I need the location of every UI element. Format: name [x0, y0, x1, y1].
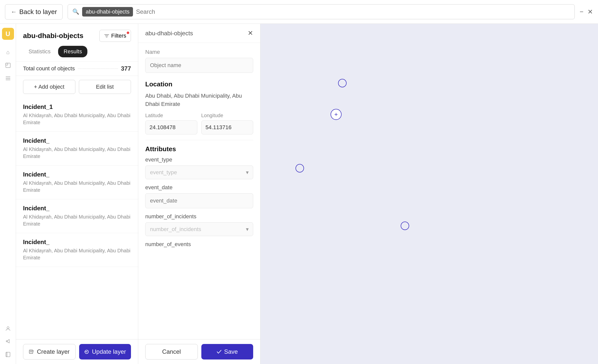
- save-label: Save: [224, 348, 238, 355]
- map-dot-2[interactable]: [295, 164, 304, 172]
- total-count-value: 377: [121, 65, 131, 72]
- svg-rect-7: [6, 352, 7, 357]
- attr-event-type-label: event_type: [145, 156, 253, 163]
- longitude-field: Longitude: [201, 113, 253, 134]
- back-button[interactable]: ← Back to layer: [5, 4, 63, 20]
- filters-active-dot: [127, 32, 129, 34]
- tab-statistics[interactable]: Statistics: [23, 46, 56, 57]
- svg-rect-6: [6, 352, 10, 357]
- sidebar-item-layers[interactable]: [3, 60, 14, 71]
- tabs: Statistics Results: [16, 46, 138, 61]
- list-item[interactable]: Incident_ Al Khidayrah, Abu Dhabi Munici…: [16, 233, 138, 267]
- object-title: Incident_: [23, 239, 131, 246]
- sidebar-item-book[interactable]: [3, 349, 14, 360]
- count-dots: [78, 69, 118, 69]
- event-date-input[interactable]: [145, 193, 253, 208]
- update-layer-button[interactable]: Update layer: [79, 344, 131, 359]
- map-dot-1[interactable]: [338, 79, 347, 87]
- right-panel-header: abu-dhabi-objects ✕: [138, 24, 260, 43]
- object-title: Incident_: [23, 171, 131, 178]
- save-button[interactable]: Save: [201, 344, 253, 359]
- object-title: Incident_: [23, 137, 131, 144]
- latitude-input[interactable]: [145, 120, 197, 134]
- sidebar-item-home[interactable]: ⌂: [3, 47, 14, 58]
- event-type-select-wrapper: event_type: [145, 165, 253, 179]
- close-panel-button[interactable]: ✕: [248, 29, 253, 37]
- longitude-input[interactable]: [201, 120, 253, 134]
- object-subtitle: Al Khidayrah, Abu Dhabi Municipality, Ab…: [23, 247, 131, 261]
- svg-rect-0: [6, 63, 10, 68]
- sidebar-item-user[interactable]: [3, 323, 14, 334]
- panel-title: abu-dhabi-objects: [145, 30, 193, 37]
- close-search-button[interactable]: ✕: [587, 8, 593, 16]
- left-panel: abu-dhabi-objects Filters Statistics Res…: [16, 24, 138, 364]
- add-object-button[interactable]: + Add object: [23, 80, 75, 94]
- create-layer-button[interactable]: Create layer: [23, 344, 76, 359]
- list-item[interactable]: Incident_ Al Khidayrah, Abu Dhabi Munici…: [16, 199, 138, 233]
- name-input[interactable]: [145, 58, 253, 73]
- total-count-label: Total count of objects: [23, 65, 75, 72]
- attr-num-events-label: number_of_events: [145, 241, 253, 248]
- list-item[interactable]: Incident_ Al Khidayrah, Abu Dhabi Munici…: [16, 132, 138, 165]
- back-arrow-icon: ←: [11, 8, 17, 15]
- total-count-row: Total count of objects 377: [16, 61, 138, 76]
- location-text: Abu Dhabi, Abu Dhabi Municipality, Abu D…: [145, 92, 253, 108]
- search-actions: − ✕: [580, 8, 593, 16]
- event-type-select[interactable]: event_type: [145, 165, 253, 179]
- name-label: Name: [145, 49, 253, 55]
- svg-rect-11: [29, 350, 33, 353]
- object-title: Incident_1: [23, 103, 131, 110]
- object-subtitle: Al Khidayrah, Abu Dhabi Municipality, Ab…: [23, 112, 131, 126]
- object-subtitle: Al Khidayrah, Abu Dhabi Municipality, Ab…: [23, 179, 131, 194]
- filters-button[interactable]: Filters: [99, 30, 131, 42]
- left-panel-footer: Create layer Update layer: [16, 339, 138, 364]
- object-subtitle: Al Khidayrah, Abu Dhabi Municipality, Ab…: [23, 213, 131, 227]
- map-dot-3[interactable]: [401, 222, 409, 230]
- sidebar-bottom: [3, 323, 14, 360]
- object-list: Incident_1 Al Khidayrah, Abu Dhabi Munic…: [16, 98, 138, 339]
- latitude-label: Latitude: [145, 113, 197, 118]
- svg-rect-1: [6, 63, 8, 65]
- latitude-field: Latitude: [145, 113, 197, 134]
- search-bar: 🔍 abu-dhabi-objects: [68, 4, 575, 19]
- sidebar: U ⌂: [0, 24, 16, 364]
- object-title: Incident_: [23, 205, 131, 212]
- back-label: Back to layer: [19, 8, 57, 16]
- search-tag[interactable]: abu-dhabi-objects: [82, 7, 133, 17]
- left-panel-header: abu-dhabi-objects Filters: [16, 24, 138, 46]
- attr-num-incidents-label: number_of_incidents: [145, 213, 253, 220]
- sidebar-item-stack[interactable]: [3, 73, 14, 84]
- edit-list-button[interactable]: Edit list: [79, 80, 131, 94]
- num-incidents-select-wrapper: number_of_incidents: [145, 222, 253, 236]
- search-input[interactable]: [136, 8, 570, 15]
- minimize-button[interactable]: −: [580, 8, 583, 16]
- create-layer-label: Create layer: [37, 348, 70, 355]
- top-bar: ← Back to layer 🔍 abu-dhabi-objects − ✕: [0, 0, 598, 24]
- filters-label: Filters: [111, 33, 126, 39]
- longitude-label: Longitude: [201, 113, 253, 118]
- object-subtitle: Al Khidayrah, Abu Dhabi Municipality, Ab…: [23, 146, 131, 160]
- right-panel: abu-dhabi-objects ✕ Name Location Abu Dh…: [138, 24, 260, 364]
- right-panel-footer: Cancel Save: [138, 339, 260, 364]
- divider: [145, 140, 253, 140]
- attributes-section-title: Attributes: [145, 145, 253, 153]
- list-item[interactable]: Incident_ Al Khidayrah, Abu Dhabi Munici…: [16, 165, 138, 199]
- logo: U: [2, 28, 14, 40]
- update-layer-label: Update layer: [92, 348, 126, 355]
- num-incidents-select[interactable]: number_of_incidents: [145, 222, 253, 236]
- main-layout: U ⌂: [0, 24, 598, 364]
- location-section-title: Location: [145, 80, 253, 88]
- list-item[interactable]: Incident_1 Al Khidayrah, Abu Dhabi Munic…: [16, 98, 138, 132]
- coordinates-row: Latitude Longitude: [145, 113, 253, 134]
- svg-point-5: [7, 327, 9, 329]
- action-buttons: + Add object Edit list: [16, 76, 138, 98]
- attr-event-date-label: event_date: [145, 184, 253, 191]
- right-panel-body: Name Location Abu Dhabi, Abu Dhabi Munic…: [138, 43, 260, 339]
- map-area: +: [260, 24, 598, 364]
- layer-name: abu-dhabi-objects: [23, 32, 83, 40]
- search-icon: 🔍: [72, 9, 79, 15]
- map-dot-plus[interactable]: +: [331, 109, 342, 120]
- sidebar-item-megaphone[interactable]: [3, 336, 14, 347]
- cancel-button[interactable]: Cancel: [145, 344, 198, 359]
- tab-results[interactable]: Results: [58, 46, 87, 57]
